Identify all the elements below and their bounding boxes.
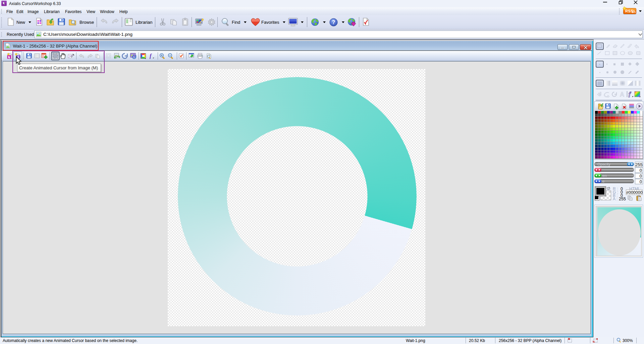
svg-text:A: A: [620, 91, 624, 97]
svg-text:f: f: [150, 53, 152, 59]
svg-text:?: ?: [332, 19, 335, 25]
svg-text:f: f: [629, 91, 631, 97]
